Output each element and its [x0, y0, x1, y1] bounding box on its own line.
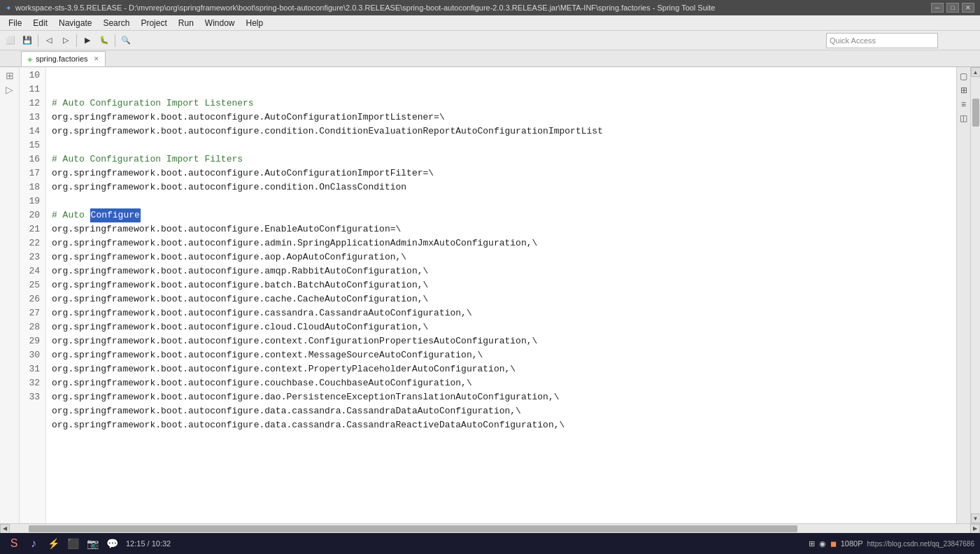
- code-line-13: [52, 138, 956, 152]
- menu-bar: FileEditNavigateSearchProjectRunWindowHe…: [0, 15, 980, 31]
- line-number-27: 27: [20, 306, 43, 320]
- line-number-14: 14: [20, 125, 43, 138]
- taskbar-icon-4[interactable]: 📷: [84, 535, 101, 552]
- line-number-18: 18: [20, 180, 43, 194]
- toolbar-search[interactable]: 🔍: [118, 33, 134, 48]
- tab-label: spring.factories: [36, 55, 88, 63]
- gutter-task-icon: ▷: [6, 84, 13, 95]
- tab-spring-factories[interactable]: ◈ spring.factories ✕: [21, 51, 106, 66]
- code-line-26: org.springframework.boot.autoconfigure.c…: [52, 320, 956, 334]
- menu-item-edit[interactable]: Edit: [27, 17, 53, 29]
- quick-access-label: Quick Access: [830, 36, 876, 45]
- line-number-23: 23: [20, 250, 43, 264]
- editor-container: ⊞ ▷ 101112131415161718192021222324252627…: [0, 67, 980, 523]
- code-line-23: org.springframework.boot.autoconfigure.b…: [52, 278, 956, 292]
- close-button[interactable]: ✕: [962, 3, 974, 13]
- toolbar-fwd[interactable]: ▷: [58, 33, 73, 48]
- quick-access-input[interactable]: Quick Access: [826, 33, 938, 48]
- panel-icon-1[interactable]: ▢: [958, 70, 969, 83]
- maximize-button[interactable]: □: [946, 3, 959, 13]
- taskbar-icon-1[interactable]: ♪: [25, 535, 42, 552]
- taskbar-app-1[interactable]: ◉: [819, 539, 826, 548]
- line-number-16: 16: [20, 152, 43, 166]
- toolbar-debug[interactable]: 🐛: [97, 33, 112, 48]
- line-number-32: 32: [20, 376, 43, 390]
- window-controls: ─ □ ✕: [931, 3, 974, 13]
- code-line-24: org.springframework.boot.autoconfigure.c…: [52, 292, 956, 306]
- line-number-24: 24: [20, 264, 43, 278]
- gutter-bookmark-icon: ⊞: [6, 70, 14, 81]
- toolbar-new[interactable]: ⬜: [3, 33, 18, 48]
- editor-wrapper: ⊞ ▷ 101112131415161718192021222324252627…: [0, 67, 980, 533]
- panel-icon-3[interactable]: ≡: [960, 98, 967, 111]
- menu-item-project[interactable]: Project: [135, 17, 172, 29]
- toolbar: ⬜ 💾 ◁ ▷ ▶ 🐛 🔍 Quick Access: [0, 31, 980, 50]
- code-line-32: org.springframework.boot.autoconfigure.d…: [52, 404, 956, 418]
- tab-file-icon: ◈: [27, 55, 33, 63]
- code-line-33: org.springframework.boot.autoconfigure.d…: [52, 418, 956, 432]
- scroll-down-button[interactable]: ▼: [971, 513, 981, 523]
- window-title: workspace-sts-3.9.5.RELEASE - D:\mvnrep\…: [15, 3, 925, 12]
- menu-item-file[interactable]: File: [3, 17, 27, 29]
- toolbar-sep-1: [38, 34, 38, 47]
- horizontal-scrollbar[interactable]: ◀ ▶: [0, 523, 980, 533]
- line-number-25: 25: [20, 278, 43, 292]
- toolbar-back[interactable]: ◁: [41, 33, 57, 48]
- taskbar-windows-icon[interactable]: ⊞: [809, 539, 815, 548]
- scroll-right-button[interactable]: ▶: [970, 524, 980, 534]
- scroll-track-v[interactable]: [971, 77, 980, 513]
- line-number-13: 13: [20, 111, 43, 125]
- code-line-29: org.springframework.boot.autoconfigure.c…: [52, 362, 956, 376]
- taskbar-start[interactable]: S: [6, 535, 22, 552]
- toolbar-run[interactable]: ▶: [80, 33, 95, 48]
- toolbar-save[interactable]: 💾: [20, 33, 35, 48]
- code-line-20: org.springframework.boot.autoconfigure.a…: [52, 236, 956, 250]
- app-icon: ✦: [6, 4, 11, 12]
- panel-icon-4[interactable]: ◫: [958, 112, 969, 125]
- taskbar-res: 1080P: [841, 539, 863, 548]
- code-line-19: org.springframework.boot.autoconfigure.E…: [52, 222, 956, 236]
- scroll-up-button[interactable]: ▲: [971, 67, 981, 77]
- line-number-30: 30: [20, 348, 43, 362]
- code-line-14: # Auto Configuration Import Filters: [52, 152, 956, 166]
- menu-item-search[interactable]: Search: [97, 17, 135, 29]
- scroll-track-h[interactable]: [10, 524, 970, 533]
- taskbar-icon-5[interactable]: 💬: [104, 535, 120, 552]
- toolbar-sep-2: [76, 34, 77, 47]
- taskbar-app-2[interactable]: ◼: [830, 539, 837, 548]
- scroll-thumb-v[interactable]: [972, 99, 979, 127]
- line-number-17: 17: [20, 166, 43, 180]
- code-line-16: org.springframework.boot.autoconfigure.c…: [52, 180, 956, 194]
- tab-close-button[interactable]: ✕: [94, 55, 99, 62]
- taskbar-icon-3[interactable]: ⬛: [64, 535, 81, 552]
- code-line-17: [52, 194, 956, 208]
- panel-icon-2[interactable]: ⊞: [959, 84, 969, 97]
- code-line-27: org.springframework.boot.autoconfigure.c…: [52, 334, 956, 348]
- toolbar-sep-3: [115, 34, 115, 47]
- taskbar-time: 12:15 / 10:32: [126, 539, 171, 548]
- line-number-31: 31: [20, 362, 43, 376]
- title-bar: ✦ workspace-sts-3.9.5.RELEASE - D:\mvnre…: [0, 0, 980, 15]
- menu-item-navigate[interactable]: Navigate: [53, 17, 97, 29]
- code-line-31: org.springframework.boot.autoconfigure.d…: [52, 390, 956, 404]
- menu-item-window[interactable]: Window: [199, 17, 241, 29]
- line-number-11: 11: [20, 83, 43, 97]
- code-line-30: org.springframework.boot.autoconfigure.c…: [52, 376, 956, 390]
- minimize-button[interactable]: ─: [931, 3, 944, 13]
- left-gutter: ⊞ ▷: [0, 67, 20, 523]
- menu-item-help[interactable]: Help: [241, 17, 269, 29]
- taskbar: S ♪ ⚡ ⬛ 📷 💬 12:15 / 10:32 ⊞ ◉ ◼ 1080P ht…: [0, 533, 980, 554]
- vertical-scrollbar[interactable]: ▲ ▼: [970, 67, 980, 523]
- line-number-12: 12: [20, 97, 43, 111]
- code-line-11: org.springframework.boot.autoconfigure.A…: [52, 111, 956, 125]
- code-line-21: org.springframework.boot.autoconfigure.a…: [52, 250, 956, 264]
- line-number-33: 33: [20, 390, 43, 404]
- line-number-19: 19: [20, 194, 43, 208]
- menu-item-run[interactable]: Run: [173, 17, 199, 29]
- taskbar-icon-2[interactable]: ⚡: [45, 535, 62, 552]
- code-line-28: org.springframework.boot.autoconfigure.c…: [52, 348, 956, 362]
- code-editor[interactable]: # Auto Configuration Import Listenersorg…: [46, 67, 956, 523]
- line-number-20: 20: [20, 208, 43, 222]
- scroll-thumb-h[interactable]: [29, 525, 797, 532]
- scroll-left-button[interactable]: ◀: [0, 524, 10, 534]
